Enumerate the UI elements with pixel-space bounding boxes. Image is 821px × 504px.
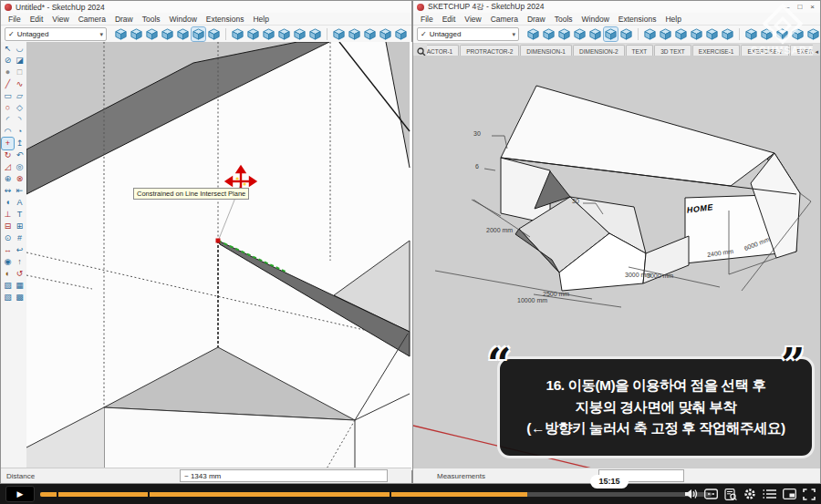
views-back-icon[interactable] xyxy=(705,27,719,41)
tool-pie[interactable]: ◔ xyxy=(14,126,26,138)
styles-1-icon[interactable] xyxy=(114,27,128,41)
styles-3-icon[interactable] xyxy=(557,27,571,41)
menu-tools[interactable]: Tools xyxy=(138,15,165,24)
tool-rotated-rectangle[interactable]: ▱ xyxy=(14,90,26,102)
styles-7-icon[interactable] xyxy=(207,27,221,41)
copy-3-icon[interactable] xyxy=(775,27,789,41)
copy-4-icon[interactable] xyxy=(379,27,392,41)
measurement-input-left[interactable]: ~ 1343 mm xyxy=(180,469,388,482)
tool-look-around[interactable]: ◐ xyxy=(2,268,14,280)
play-button[interactable]: ▶ xyxy=(5,486,35,502)
tool-paint-bucket[interactable]: ● xyxy=(2,67,14,78)
tool-rotate[interactable]: ↻ xyxy=(2,149,14,161)
copy-5-icon[interactable] xyxy=(394,27,408,41)
styles-3-icon[interactable] xyxy=(145,27,159,41)
tool-pan[interactable]: ↔ xyxy=(2,244,14,256)
tool-zoom[interactable]: ⊙ xyxy=(2,232,14,244)
styles-7-icon[interactable] xyxy=(619,27,633,41)
views-iso-icon[interactable] xyxy=(231,27,244,41)
views-left-icon[interactable] xyxy=(721,27,734,41)
menu-window[interactable]: Window xyxy=(577,15,614,24)
tool-rectangle[interactable]: ▭ xyxy=(2,90,14,102)
views-top-icon[interactable] xyxy=(246,27,260,41)
tool-select[interactable]: ↖ xyxy=(2,43,14,55)
minimize-button[interactable]: – xyxy=(785,3,789,11)
copy-5-icon[interactable] xyxy=(806,27,820,41)
tool-orbit-tool[interactable]: ↺ xyxy=(14,268,26,280)
tag-dropdown-right[interactable]: ✓ Untagged ▾ xyxy=(417,27,519,41)
tab-scroll-left-icon[interactable]: ◂ xyxy=(815,48,818,56)
fullscreen-icon[interactable] xyxy=(803,489,816,500)
tool-follow-me[interactable]: ↶ xyxy=(14,149,26,161)
tool-text[interactable]: A xyxy=(14,197,26,209)
tool-outer-shell[interactable]: ⊕ xyxy=(2,173,14,185)
tool-eraser[interactable]: ⊘ xyxy=(2,55,14,67)
tag-dropdown-left[interactable]: ✓ Untagged ▾ xyxy=(5,27,107,41)
tool-back-edges[interactable]: ▧ xyxy=(2,292,14,303)
playlist-icon[interactable] xyxy=(763,489,776,499)
copy-4-icon[interactable] xyxy=(791,27,805,41)
tool-zoom-window[interactable]: # xyxy=(14,232,26,244)
tool-dimension[interactable]: ⇤ xyxy=(14,185,26,197)
menu-view[interactable]: View xyxy=(47,15,73,24)
copy-2-icon[interactable] xyxy=(348,27,361,41)
menu-window[interactable]: Window xyxy=(165,15,202,24)
video-progress-bar[interactable]: 15:15 xyxy=(40,492,712,497)
styles-6-icon[interactable] xyxy=(192,27,205,41)
tool-eraser-edges[interactable]: ◪ xyxy=(14,55,26,67)
settings-icon[interactable] xyxy=(743,488,756,500)
styles-6-icon[interactable] xyxy=(604,27,618,41)
maximize-button[interactable]: □ xyxy=(797,3,802,11)
tool-shaded[interactable]: ▩ xyxy=(14,292,26,303)
tool-protractor[interactable]: ◖ xyxy=(2,197,14,209)
menu-help[interactable]: Help xyxy=(248,15,273,24)
copy-3-icon[interactable] xyxy=(363,27,377,41)
tool-walk[interactable]: ↑ xyxy=(14,256,26,268)
tool-arc[interactable]: ◜ xyxy=(2,114,14,126)
tool-three-point-arc[interactable]: ◠ xyxy=(2,126,14,138)
tool-previous-view[interactable]: ↩ xyxy=(14,244,26,256)
tool-x-ray[interactable]: ▨ xyxy=(2,280,14,292)
styles-2-icon[interactable] xyxy=(542,27,556,41)
views-left-icon[interactable] xyxy=(308,27,322,41)
tool-two-point-arc[interactable]: ◝ xyxy=(14,114,26,126)
styles-1-icon[interactable] xyxy=(526,27,540,41)
menu-edit[interactable]: Edit xyxy=(438,15,461,24)
copy-2-icon[interactable] xyxy=(760,27,774,41)
tool-scale[interactable]: ◿ xyxy=(2,161,14,173)
views-front-icon[interactable] xyxy=(674,27,688,41)
tool-move[interactable]: + xyxy=(2,138,14,149)
tool-solid-tools[interactable]: ⊗ xyxy=(14,173,26,185)
views-right-icon[interactable] xyxy=(690,27,703,41)
styles-2-icon[interactable] xyxy=(130,27,143,41)
tool-push-pull[interactable]: ↥ xyxy=(14,138,26,149)
pip-icon[interactable] xyxy=(783,489,796,499)
tool-material-swatch[interactable]: □ xyxy=(14,67,26,78)
menu-tools[interactable]: Tools xyxy=(550,15,577,24)
close-button[interactable]: × xyxy=(810,3,815,11)
tool-freehand[interactable]: ∿ xyxy=(14,78,26,90)
menu-edit[interactable]: Edit xyxy=(26,15,48,24)
copy-1-icon[interactable] xyxy=(744,27,758,41)
tool-3d-text[interactable]: T xyxy=(14,209,26,221)
menu-extensions[interactable]: Extensions xyxy=(614,15,661,24)
tool-offset[interactable]: ◎ xyxy=(14,161,26,173)
menu-extensions[interactable]: Extensions xyxy=(202,15,249,24)
captions-icon[interactable] xyxy=(704,489,718,499)
tool-section-fill[interactable]: ⊞ xyxy=(14,221,26,232)
tool-axes[interactable]: ⊥ xyxy=(2,209,14,221)
views-top-icon[interactable] xyxy=(659,27,672,41)
tool-circle[interactable]: ○ xyxy=(2,102,14,114)
menu-camera[interactable]: Camera xyxy=(74,15,110,24)
menu-draw[interactable]: Draw xyxy=(110,15,138,24)
model-viewport-left[interactable]: Constrained on Line Intersect Plane xyxy=(26,42,412,470)
styles-4-icon[interactable] xyxy=(573,27,587,41)
tool-section-plane[interactable]: ⊟ xyxy=(2,221,14,232)
styles-4-icon[interactable] xyxy=(161,27,174,41)
copy-1-icon[interactable] xyxy=(332,27,346,41)
tool-line[interactable]: ╱ xyxy=(2,78,14,90)
menu-file[interactable]: File xyxy=(416,15,438,24)
volume-icon[interactable] xyxy=(684,488,698,500)
styles-5-icon[interactable] xyxy=(176,27,190,41)
views-right-icon[interactable] xyxy=(277,27,291,41)
